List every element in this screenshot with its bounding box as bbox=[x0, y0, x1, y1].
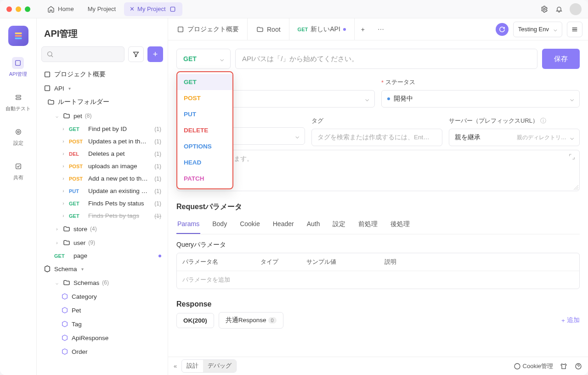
field-value: 開発中 bbox=[394, 95, 413, 103]
rail-share[interactable]: 共有 bbox=[10, 158, 27, 184]
method-option-put[interactable]: PUT bbox=[177, 106, 232, 122]
rail-label: API管理 bbox=[9, 71, 28, 78]
tree-schema-item[interactable]: Pet bbox=[41, 303, 163, 317]
tree-schema-item[interactable]: Tag bbox=[41, 317, 163, 331]
save-button[interactable]: 保存 bbox=[542, 49, 580, 69]
tree-api-item[interactable]: › POST Add a new pet to th… (1) bbox=[41, 172, 163, 185]
avatar[interactable] bbox=[570, 3, 582, 15]
tree-label: store bbox=[74, 226, 87, 233]
unsaved-dot-icon bbox=[343, 28, 346, 31]
subtab-7[interactable]: 後処理 bbox=[390, 216, 411, 234]
expand-icon[interactable] bbox=[568, 153, 576, 162]
server-select[interactable]: 親を継承 親のディレクトリ… ⌵ bbox=[449, 129, 580, 146]
tree-pet-folder[interactable]: ⌵ pet (8) bbox=[41, 109, 163, 123]
help-icon[interactable] bbox=[574, 362, 582, 370]
tree-label: API bbox=[54, 85, 64, 92]
cube-icon bbox=[61, 320, 69, 328]
svg-point-15 bbox=[514, 364, 520, 369]
add-param-row[interactable]: パラメータを追加 bbox=[177, 271, 579, 289]
url-input[interactable]: APIパスは「/」から始めてください。 bbox=[235, 49, 537, 69]
description-textarea[interactable]: マットが使用できます。 bbox=[176, 150, 580, 191]
tree-api[interactable]: API ▾ bbox=[41, 81, 163, 95]
bell-icon[interactable] bbox=[555, 5, 563, 13]
gear-icon[interactable] bbox=[540, 5, 548, 13]
status-select[interactable]: 開発中 ⌵ bbox=[381, 90, 580, 108]
tree-overview[interactable]: プロジェクト概要 bbox=[41, 68, 163, 81]
tree-schema-item[interactable]: ApiResponse bbox=[41, 331, 163, 345]
tree-api-item[interactable]: › GET Find pet by ID (1) bbox=[41, 123, 163, 135]
rail-settings[interactable]: 設定 bbox=[10, 123, 27, 149]
api-node-icon bbox=[43, 84, 51, 92]
project-tab-2[interactable]: ✕ My Project bbox=[124, 2, 182, 16]
tree-page-api[interactable]: GET page bbox=[41, 250, 163, 262]
rail-autotest[interactable]: 自動テスト bbox=[3, 89, 34, 115]
tag-input[interactable]: タグを検索または作成するには、Ent… bbox=[311, 129, 442, 146]
window-controls[interactable] bbox=[6, 6, 30, 12]
tree-user-folder[interactable]: › user (9) bbox=[41, 236, 163, 250]
subtab-0[interactable]: Params bbox=[176, 216, 200, 234]
method-select[interactable]: GET ⌵ GETPOSTPUTDELETEOPTIONSHEADPATCH bbox=[176, 49, 231, 69]
svg-rect-2 bbox=[15, 33, 22, 34]
chevron-down-icon: ⌵ bbox=[554, 26, 557, 33]
chevron-right-icon: › bbox=[54, 227, 60, 232]
add-response-button[interactable]: + 追加 bbox=[561, 316, 580, 324]
tree-api-item[interactable]: › POST uploads an image (1) bbox=[41, 160, 163, 172]
search-input[interactable] bbox=[41, 46, 124, 62]
refresh-icon[interactable] bbox=[496, 23, 509, 36]
menu-button[interactable] bbox=[567, 22, 582, 37]
tree-api-item[interactable]: › GET Finds Pets by tags (1) bbox=[41, 210, 163, 222]
shirt-icon[interactable] bbox=[560, 362, 568, 370]
project-tab-1[interactable]: My Project bbox=[82, 3, 121, 15]
method-option-options[interactable]: OPTIONS bbox=[177, 138, 232, 154]
query-title: Queryパラメータ bbox=[176, 241, 580, 249]
filter-button[interactable] bbox=[128, 46, 144, 62]
tab-add[interactable]: + bbox=[355, 18, 371, 40]
resize-handle-icon[interactable] bbox=[574, 185, 578, 190]
method-option-get[interactable]: GET bbox=[177, 74, 232, 90]
method-option-head[interactable]: HEAD bbox=[177, 154, 232, 170]
tree-store-folder[interactable]: › store (4) bbox=[41, 222, 163, 236]
cube-icon bbox=[61, 347, 69, 356]
param-table-header: パラメータ名タイプサンプル値説明 bbox=[177, 253, 579, 271]
help-icon[interactable]: ⓘ bbox=[540, 117, 546, 125]
response-common-chip[interactable]: 共通Response0 bbox=[219, 312, 283, 329]
tree-schema-item[interactable]: Order bbox=[41, 345, 163, 358]
close-icon[interactable]: ✕ bbox=[130, 6, 135, 12]
tab-overview[interactable]: プロジェクト概要 bbox=[168, 18, 248, 40]
tree-root-folder[interactable]: ルートフォルダー bbox=[41, 95, 163, 109]
method-option-patch[interactable]: PATCH bbox=[177, 170, 232, 187]
tree-schemas-folder[interactable]: ⌵ Schemas (6) bbox=[41, 276, 163, 290]
collapse-icon[interactable]: « bbox=[174, 363, 177, 369]
add-button[interactable]: + bbox=[147, 46, 163, 62]
subtab-2[interactable]: Cookie bbox=[239, 216, 261, 234]
folder-icon bbox=[47, 98, 55, 106]
tree-label: Schema bbox=[54, 266, 77, 273]
subtab-4[interactable]: Auth bbox=[306, 216, 321, 234]
tab-new-api[interactable]: GET 新しいAPI bbox=[289, 18, 355, 40]
tree-schema-item[interactable]: Category bbox=[41, 290, 163, 303]
tree-api-item[interactable]: › DEL Deletes a pet (1) bbox=[41, 148, 163, 160]
cookie-manage[interactable]: Cookie管理 bbox=[514, 362, 553, 370]
tab-more-icon[interactable]: ⋯ bbox=[371, 26, 390, 33]
home-tab[interactable]: Home bbox=[41, 2, 79, 16]
subtab-1[interactable]: Body bbox=[211, 216, 228, 234]
chevron-down-icon: ⌵ bbox=[54, 280, 60, 285]
response-ok-chip[interactable]: OK(200) bbox=[176, 313, 214, 328]
rail-api[interactable]: API管理 bbox=[6, 54, 30, 80]
tree-api-item[interactable]: › GET Finds Pets by status (1) bbox=[41, 197, 163, 210]
mode-design[interactable]: 設計 bbox=[182, 360, 203, 372]
tab-root[interactable]: Root bbox=[248, 18, 289, 40]
filter-icon bbox=[132, 51, 140, 58]
method-option-post[interactable]: POST bbox=[177, 90, 232, 106]
subtab-5[interactable]: 設定 bbox=[332, 216, 346, 234]
env-select[interactable]: Testing Env ⌵ bbox=[513, 22, 562, 37]
tree-api-item[interactable]: › PUT Update an existing … (1) bbox=[41, 185, 163, 197]
rail-label: 共有 bbox=[13, 174, 23, 181]
tree-api-item[interactable]: › POST Updates a pet in th… (1) bbox=[41, 135, 163, 148]
mode-debug[interactable]: デバッグ bbox=[203, 360, 236, 372]
subtab-3[interactable]: Header bbox=[272, 216, 295, 234]
method-badge: POST bbox=[69, 176, 85, 182]
method-option-delete[interactable]: DELETE bbox=[177, 122, 232, 138]
tree-schema[interactable]: Schema ▾ bbox=[41, 262, 163, 276]
subtab-6[interactable]: 前処理 bbox=[357, 216, 379, 234]
